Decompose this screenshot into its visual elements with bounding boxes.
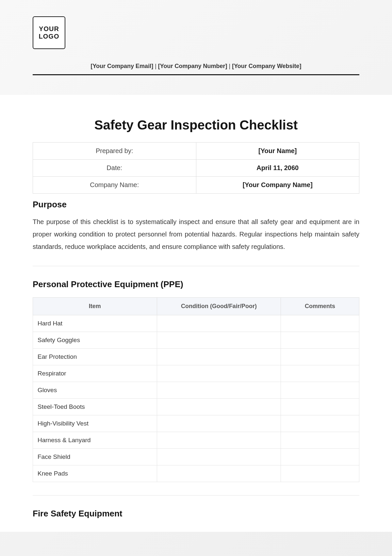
ppe-item-name: Face Shield: [33, 449, 157, 465]
ppe-item-name: Steel-Toed Boots: [33, 399, 157, 415]
table-row: High-Visibility Vest: [33, 415, 359, 432]
header-divider: [33, 74, 359, 75]
ppe-comments-cell[interactable]: [281, 349, 359, 365]
ppe-comments-cell[interactable]: [281, 432, 359, 449]
info-table: Prepared by: [Your Name] Date: April 11,…: [33, 142, 359, 194]
table-row: Prepared by: [Your Name]: [33, 143, 359, 160]
company-name-label: Company Name:: [33, 177, 196, 194]
ppe-condition-cell[interactable]: [157, 382, 281, 399]
table-row: Knee Pads: [33, 465, 359, 482]
logo-text: YOUR LOGO: [39, 25, 59, 40]
ppe-item-name: High-Visibility Vest: [33, 415, 157, 432]
table-row: Gloves: [33, 382, 359, 399]
company-number: [Your Company Number]: [158, 63, 227, 69]
company-contact-line: [Your Company Email] | [Your Company Num…: [33, 63, 359, 74]
purpose-heading: Purpose: [33, 200, 359, 210]
section-divider: [33, 495, 359, 495]
ppe-comments-cell[interactable]: [281, 415, 359, 432]
logo-placeholder: YOUR LOGO: [33, 16, 65, 49]
ppe-item-name: Knee Pads: [33, 465, 157, 482]
col-item: Item: [33, 298, 157, 315]
ppe-item-name: Safety Goggles: [33, 332, 157, 349]
section-divider: [33, 266, 359, 266]
company-email: [Your Company Email]: [90, 63, 153, 69]
ppe-comments-cell[interactable]: [281, 315, 359, 332]
purpose-text: The purpose of this checklist is to syst…: [33, 216, 359, 253]
prepared-by-value: [Your Name]: [196, 143, 359, 160]
ppe-table: Item Condition (Good/Fair/Poor) Comments…: [33, 297, 359, 482]
table-row: Safety Goggles: [33, 332, 359, 349]
document-title: Safety Gear Inspection Checklist: [33, 95, 359, 142]
ppe-condition-cell[interactable]: [157, 332, 281, 349]
ppe-condition-cell[interactable]: [157, 349, 281, 365]
ppe-item-name: Harness & Lanyard: [33, 432, 157, 449]
ppe-heading: Personal Protective Equipment (PPE): [33, 279, 359, 289]
ppe-comments-cell[interactable]: [281, 449, 359, 465]
table-row: Company Name: [Your Company Name]: [33, 177, 359, 194]
ppe-item-name: Hard Hat: [33, 315, 157, 332]
ppe-item-name: Ear Protection: [33, 349, 157, 365]
ppe-comments-cell[interactable]: [281, 332, 359, 349]
table-row: Harness & Lanyard: [33, 432, 359, 449]
prepared-by-label: Prepared by:: [33, 143, 196, 160]
company-website: [Your Company Website]: [232, 63, 301, 69]
date-value: April 11, 2060: [196, 160, 359, 177]
fire-safety-heading: Fire Safety Equipment: [33, 509, 359, 519]
logo-line-2: LOGO: [39, 33, 59, 40]
table-row: Hard Hat: [33, 315, 359, 332]
col-condition: Condition (Good/Fair/Poor): [157, 298, 281, 315]
table-row: Steel-Toed Boots: [33, 399, 359, 415]
page-root: YOUR LOGO [Your Company Email] | [Your C…: [0, 0, 392, 556]
ppe-condition-cell[interactable]: [157, 415, 281, 432]
table-row: Date: April 11, 2060: [33, 160, 359, 177]
document-content: Safety Gear Inspection Checklist Prepare…: [0, 95, 392, 532]
ppe-condition-cell[interactable]: [157, 365, 281, 382]
date-label: Date:: [33, 160, 196, 177]
header: YOUR LOGO [Your Company Email] | [Your C…: [0, 0, 392, 74]
ppe-condition-cell[interactable]: [157, 315, 281, 332]
table-row: Respirator: [33, 365, 359, 382]
table-row: Face Shield: [33, 449, 359, 465]
ppe-comments-cell[interactable]: [281, 382, 359, 399]
ppe-condition-cell[interactable]: [157, 465, 281, 482]
ppe-comments-cell[interactable]: [281, 399, 359, 415]
ppe-condition-cell[interactable]: [157, 449, 281, 465]
ppe-condition-cell[interactable]: [157, 432, 281, 449]
col-comments: Comments: [281, 298, 359, 315]
table-row: Ear Protection: [33, 349, 359, 365]
company-name-value: [Your Company Name]: [196, 177, 359, 194]
ppe-item-name: Gloves: [33, 382, 157, 399]
ppe-condition-cell[interactable]: [157, 399, 281, 415]
table-header-row: Item Condition (Good/Fair/Poor) Comments: [33, 298, 359, 315]
ppe-comments-cell[interactable]: [281, 465, 359, 482]
ppe-item-name: Respirator: [33, 365, 157, 382]
ppe-comments-cell[interactable]: [281, 365, 359, 382]
logo-line-1: YOUR: [39, 25, 59, 32]
